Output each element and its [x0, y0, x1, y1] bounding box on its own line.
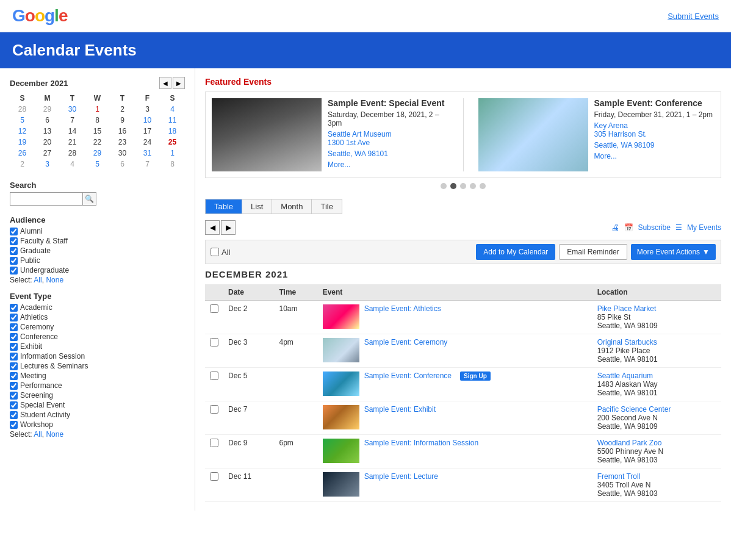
event-type-checkbox[interactable] [10, 401, 18, 409]
audience-checkbox[interactable] [10, 257, 18, 265]
location-name[interactable]: Fremont Troll [597, 472, 716, 481]
search-button[interactable]: 🔍 [83, 192, 96, 206]
subscribe-icon[interactable] [624, 223, 633, 232]
event-type-checkbox[interactable] [10, 353, 18, 361]
event-type-checkbox[interactable] [10, 392, 18, 400]
audience-checkbox[interactable] [10, 237, 18, 245]
cal-day-cell[interactable]: 3 [135, 104, 160, 115]
location-name[interactable]: Original Starbucks [597, 338, 716, 346]
event-type-checkbox[interactable] [10, 382, 18, 390]
cal-day-cell[interactable]: 4 [160, 104, 185, 115]
row-checkbox[interactable] [210, 338, 218, 346]
cal-day-cell[interactable]: 3 [35, 159, 60, 170]
subscribe-link[interactable]: Subscribe [638, 223, 671, 232]
cal-day-cell[interactable]: 10 [135, 115, 160, 126]
cal-day-cell[interactable]: 27 [35, 148, 60, 159]
all-checkbox[interactable] [211, 248, 219, 256]
event-type-checkbox[interactable] [10, 372, 18, 380]
cal-day-cell[interactable]: 6 [35, 115, 60, 126]
cal-day-cell[interactable]: 20 [35, 137, 60, 148]
event-name-link[interactable]: Sample Event: Conference [364, 372, 452, 380]
cal-day-cell[interactable]: 21 [60, 137, 85, 148]
location-name[interactable]: Pike Place Market [597, 304, 716, 313]
cal-day-cell[interactable]: 11 [160, 115, 185, 126]
event-type-checkbox[interactable] [10, 304, 18, 312]
audience-checkbox[interactable] [10, 228, 18, 235]
event-type-checkbox[interactable] [10, 323, 18, 331]
event-type-checkbox[interactable] [10, 314, 18, 321]
cal-day-cell[interactable]: 14 [60, 126, 85, 137]
email-reminder-btn[interactable]: Email Reminder [559, 244, 627, 260]
event-type-select-all[interactable]: All [34, 430, 41, 439]
cal-day-cell[interactable]: 8 [160, 159, 185, 170]
featured-event-1-more[interactable]: More... [328, 160, 350, 169]
search-input[interactable] [10, 192, 83, 206]
row-checkbox[interactable] [210, 472, 218, 481]
cal-day-cell[interactable]: 28 [60, 148, 85, 159]
cal-day-cell[interactable]: 23 [110, 137, 135, 148]
cal-prev-btn[interactable]: ◀ [159, 77, 171, 89]
cal-day-cell[interactable]: 18 [160, 126, 185, 137]
audience-checkbox[interactable] [10, 247, 18, 255]
cal-day-cell[interactable]: 4 [60, 159, 85, 170]
cal-day-cell[interactable]: 25 [160, 137, 185, 148]
location-name[interactable]: Woodland Park Zoo [597, 439, 716, 447]
list-icon[interactable] [675, 223, 682, 232]
event-type-checkbox[interactable] [10, 333, 18, 341]
cal-day-cell[interactable]: 31 [135, 148, 160, 159]
more-event-actions-btn[interactable]: More Event Actions ▼ [631, 244, 716, 260]
location-name[interactable]: Seattle Aquarium [597, 372, 716, 380]
cal-day-cell[interactable]: 15 [85, 126, 110, 137]
cal-day-cell[interactable]: 2 [10, 159, 35, 170]
carousel-dot[interactable] [460, 183, 466, 189]
cal-day-cell[interactable]: 24 [135, 137, 160, 148]
cal-day-cell[interactable]: 1 [85, 104, 110, 115]
cal-day-cell[interactable]: 19 [10, 137, 35, 148]
row-checkbox[interactable] [210, 372, 218, 380]
carousel-dot[interactable] [480, 183, 486, 189]
event-name-link[interactable]: Sample Event: Athletics [364, 304, 441, 313]
cal-day-cell[interactable]: 26 [10, 148, 35, 159]
sign-up-badge[interactable]: Sign Up [460, 372, 491, 381]
event-type-checkbox[interactable] [10, 343, 18, 351]
carousel-dot[interactable] [450, 183, 456, 189]
cal-day-cell[interactable]: 6 [110, 159, 135, 170]
cal-day-cell[interactable]: 8 [85, 115, 110, 126]
event-name-link[interactable]: Sample Event: Lecture [364, 472, 438, 481]
cal-day-cell[interactable]: 5 [85, 159, 110, 170]
row-checkbox[interactable] [210, 405, 218, 414]
cal-day-cell[interactable]: 5 [10, 115, 35, 126]
all-checkbox-label[interactable]: All [211, 248, 230, 257]
event-name-link[interactable]: Sample Event: Ceremony [364, 338, 448, 346]
add-to-calendar-btn[interactable]: Add to My Calendar [476, 244, 555, 260]
event-type-checkbox[interactable] [10, 421, 18, 429]
cal-day-cell[interactable]: 2 [110, 104, 135, 115]
cal-day-cell[interactable]: 12 [10, 126, 35, 137]
cal-day-cell[interactable]: 16 [110, 126, 135, 137]
carousel-dot[interactable] [441, 183, 447, 189]
print-icon[interactable] [611, 223, 619, 232]
event-type-checkbox[interactable] [10, 362, 18, 370]
cal-day-cell[interactable]: 28 [10, 104, 35, 115]
view-tab-list[interactable]: List [242, 199, 272, 214]
cal-day-cell[interactable]: 7 [135, 159, 160, 170]
event-name-link[interactable]: Sample Event: Information Session [364, 439, 478, 447]
featured-event-2-more[interactable]: More... [594, 152, 617, 160]
table-prev-btn[interactable]: ◀ [205, 220, 220, 235]
carousel-dot[interactable] [470, 183, 476, 189]
audience-select-none[interactable]: None [46, 276, 63, 284]
event-type-select-none[interactable]: None [46, 430, 63, 439]
cal-day-cell[interactable]: 17 [135, 126, 160, 137]
cal-day-cell[interactable]: 29 [85, 148, 110, 159]
cal-day-cell[interactable]: 7 [60, 115, 85, 126]
cal-next-btn[interactable]: ▶ [173, 77, 185, 89]
audience-checkbox[interactable] [10, 267, 18, 275]
table-next-btn[interactable]: ▶ [221, 220, 236, 235]
location-name[interactable]: Pacific Science Center [597, 405, 716, 414]
submit-events-link[interactable]: Submit Events [668, 12, 719, 21]
cal-day-cell[interactable]: 1 [160, 148, 185, 159]
row-checkbox[interactable] [210, 439, 218, 447]
view-tab-month[interactable]: Month [272, 199, 312, 214]
row-checkbox[interactable] [210, 304, 218, 313]
audience-select-all[interactable]: All [34, 276, 41, 284]
